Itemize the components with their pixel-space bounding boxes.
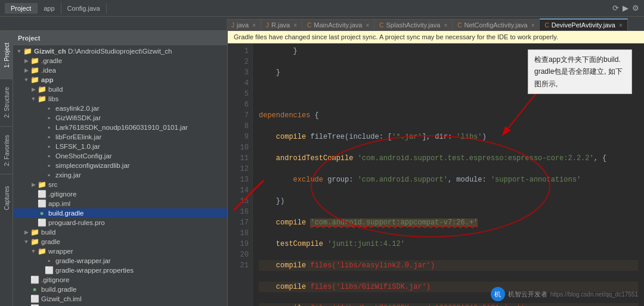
tab-label: MainActivity.java [314, 21, 362, 29]
tab-mainactivity[interactable]: C MainActivity.java × [302, 19, 374, 30]
jar-icon: ▪ [44, 142, 54, 151]
folder-icon: 📁 [23, 47, 32, 55]
tree-item-label: easylink2.0.jar [55, 105, 100, 112]
panel-project[interactable]: 1: Project [0, 31, 13, 79]
jar-icon: ▪ [44, 161, 54, 170]
editor-wrapper: Gradle files have changed since last pro… [228, 31, 644, 306]
expand-arrow: ▶ [23, 67, 30, 73]
tree-item-label: build.gradle [48, 210, 83, 217]
tab-label: R.java [271, 21, 290, 29]
jar-icon: ▪ [44, 133, 54, 141]
tree-item-app[interactable]: ▼ 📁 app [13, 75, 227, 85]
folder-icon: 📁 [30, 238, 39, 246]
jar-icon: ▪ [44, 152, 54, 160]
tree-item-wrapper[interactable]: ▼ 📁 wrapper [13, 246, 227, 256]
close-icon[interactable]: × [366, 22, 369, 29]
java-icon: J [231, 22, 234, 29]
tab-r-java[interactable]: J R.java × [261, 19, 302, 30]
tree-item-label: app.iml [48, 200, 70, 207]
project-panel-header: Project [13, 31, 227, 45]
tree-item-easylink[interactable]: ▪ easylink2.0.jar [13, 104, 227, 113]
watermark: 机 机智云开发者 https://blog.csdn.net/qq_dc1755… [491, 287, 638, 301]
gradle-icon: ● [37, 209, 47, 217]
tree-item-label: src [48, 181, 57, 188]
annotation-box: 检查app文件夹下面的build. gradle包是否全部建立, 如下图所示, [528, 49, 632, 94]
gradle-icon: ● [30, 285, 39, 293]
folder-icon: 📁 [30, 76, 39, 84]
tree-item-oneshot[interactable]: ▪ OneShotConfig.jar [13, 151, 227, 161]
folder-icon: 📁 [30, 57, 39, 65]
tree-item-libforee[interactable]: ▪ libForEElink.jar [13, 132, 227, 142]
tree-item-app-iml[interactable]: ⬜ app.iml [13, 199, 227, 208]
java-icon: C [307, 22, 311, 29]
tree-item-gradle-props[interactable]: ⬜ gradle.properties [13, 304, 227, 306]
tree-item-build-root[interactable]: ▶ 📁 build [13, 227, 227, 237]
close-icon[interactable]: × [252, 22, 256, 29]
tree-item-gradle-hidden[interactable]: ▶ 📁 .gradle [13, 56, 227, 65]
file-icon: ⬜ [37, 218, 47, 227]
panel-captures[interactable]: Captures [0, 174, 13, 221]
git-icon: ⬜ [37, 190, 47, 198]
tree-item-gradle-dir[interactable]: ▼ 📁 gradle [13, 237, 227, 246]
tree-item-label: Lark7618SDK_noudp1606031910_0101.jar [55, 124, 188, 131]
config-tab[interactable]: Config.java [61, 3, 107, 14]
tab-devivepet[interactable]: C DevivePetAvtivity.java × [540, 18, 627, 30]
project-tab[interactable]: Project [5, 3, 38, 14]
tree-item-label: Gizwit_ch D:\AndroidStudioproject\Gizwit… [34, 48, 172, 55]
tab-netconfig[interactable]: C NetConfigActivity.java × [453, 19, 540, 30]
sync-icon[interactable]: ⟳ [612, 4, 619, 13]
tab-label: DevivePetAvtivity.java [552, 21, 615, 29]
close-icon[interactable]: × [619, 22, 623, 29]
tree-item-lark[interactable]: ▪ Lark7618SDK_noudp1606031910_0101.jar [13, 123, 227, 132]
java-icon: C [379, 22, 383, 29]
tree-item-idea[interactable]: ▶ 📁 .idea [13, 65, 227, 75]
folder-icon: 📁 [30, 66, 39, 74]
tree-item-gradle-wrapper-jar[interactable]: ▪ gradle-wrapper.jar [13, 256, 227, 266]
tree-item-root[interactable]: ▼ 📁 Gizwit_ch D:\AndroidStudioproject\Gi… [13, 46, 227, 56]
tree-item-label: wrapper [48, 248, 73, 255]
close-icon[interactable]: × [444, 22, 447, 29]
file-icon: ⬜ [44, 266, 54, 274]
tree-item-label: OneShotConfig.jar [55, 152, 112, 160]
tree-item-simplecfg[interactable]: ▪ simpleconfigwizardlib.jar [13, 161, 227, 170]
git-icon: ⬜ [30, 276, 39, 284]
tab-label: SplashActivity.java [386, 21, 440, 29]
expand-arrow: ▶ [30, 182, 37, 188]
folder-icon: 📁 [30, 228, 39, 236]
expand-arrow: ▼ [30, 96, 37, 102]
tree-item-libs[interactable]: ▼ 📁 libs [13, 94, 227, 104]
iml-icon: ⬜ [37, 199, 47, 208]
tree-item-gizwit-iml[interactable]: ⬜ Gizwit_ch.iml [13, 294, 227, 304]
jar-icon: ▪ [44, 171, 54, 179]
project-panel: Project ▼ 📁 Gizwit_ch D:\AndroidStudiopr… [13, 31, 228, 306]
tree-item-zxing[interactable]: ▪ zxing.jar [13, 170, 227, 180]
tree-item-build-gradle-app[interactable]: ● build.gradle [13, 208, 227, 218]
panel-favorites[interactable]: 2: Favorites [0, 126, 13, 174]
panel-structure[interactable]: 2: Structure [0, 79, 13, 126]
tree-item-proguard[interactable]: ⬜ proguard-rules.pro [13, 218, 227, 227]
tree-item-lsfsk[interactable]: ▪ LSFSK_1.0.jar [13, 142, 227, 151]
close-icon[interactable]: × [293, 22, 297, 29]
annotation-text: 检查app文件夹下面的build. gradle包是否全部建立, 如下图所示, [534, 55, 623, 88]
tab-splashactivity[interactable]: C SplashActivity.java × [374, 19, 453, 30]
tree-item-build-app[interactable]: ▶ 📁 build [13, 85, 227, 94]
tree-item-gradle-wrapper-props[interactable]: ⬜ gradle-wrapper.properties [13, 266, 227, 275]
tree-item-build-gradle-root[interactable]: ● build.gradle [13, 285, 227, 294]
app-tab[interactable]: app [38, 3, 61, 14]
tree-item-label: build [48, 86, 63, 93]
settings-icon[interactable]: ⚙ [632, 4, 639, 13]
java-icon: C [457, 22, 462, 29]
expand-arrow: ▼ [16, 48, 23, 54]
close-icon[interactable]: × [531, 22, 535, 29]
tab-java[interactable]: J java × [227, 19, 261, 30]
project-tree[interactable]: ▼ 📁 Gizwit_ch D:\AndroidStudioproject\Gi… [13, 45, 227, 306]
toolbar-icons: ⟳ ▶ ⚙ [612, 4, 639, 13]
tree-item-label: gradle-wrapper.jar [55, 257, 111, 264]
tree-item-label: Gizwit_ch.iml [41, 295, 82, 302]
tree-item-gitignore-root[interactable]: ⬜ .gitignore [13, 275, 227, 285]
tree-item-gizwifi[interactable]: ▪ GizWifiSDK.jar [13, 113, 227, 123]
run-icon[interactable]: ▶ [623, 4, 628, 13]
tree-item-gitignore-app[interactable]: ⬜ .gitignore [13, 189, 227, 199]
main-area: 1: Project 2: Structure 2: Favorites Cap… [0, 31, 644, 306]
tree-item-src[interactable]: ▶ 📁 src [13, 180, 227, 189]
